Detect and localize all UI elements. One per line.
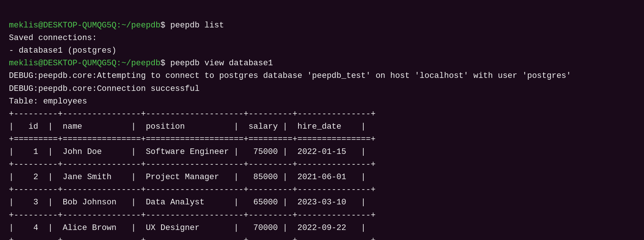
prompt-user-2: meklis@DESKTOP-QUMQG5Q:~/peepdb (9, 59, 160, 68)
table-row-2: | 2 | Jane Smith | Project Manager | 850… (9, 172, 366, 182)
debug-line-1: DEBUG:peepdb.core:Attempting to connect … (9, 71, 571, 80)
table-row-4: | 4 | Alice Brown | UX Designer | 70000 … (9, 223, 366, 233)
table-header-row: | id | name | position | salary | hire_d… (9, 122, 366, 131)
table-divider-3: +---------+----------------+------------… (9, 211, 376, 220)
command-1: $ peepdb list (160, 21, 224, 30)
table-header-separator: +=========+================+============… (9, 135, 376, 144)
table-divider-2: +---------+----------------+------------… (9, 185, 376, 194)
table-row-3: | 3 | Bob Johnson | Data Analyst | 65000… (9, 198, 366, 207)
prompt-user-1: meklis@DESKTOP-QUMQG5Q:~/peepdb (9, 21, 160, 30)
prompt-line-2: meklis@DESKTOP-QUMQG5Q:~/peepdb$ peepdb … (9, 59, 273, 68)
command-2: $ peepdb view database1 (160, 59, 273, 68)
table-row-1: | 1 | John Doe | Software Engineer | 750… (9, 147, 366, 157)
output-saved: Saved connections: - database1 (postgres… (9, 33, 116, 55)
prompt-line-1: meklis@DESKTOP-QUMQG5Q:~/peepdb$ peepdb … (9, 21, 224, 30)
debug-line-2: DEBUG:peepdb.core:Connection successful (9, 84, 200, 93)
table-border-top: +---------+----------------+------------… (9, 109, 376, 119)
terminal-window: meklis@DESKTOP-QUMQG5Q:~/peepdb$ peepdb … (0, 0, 644, 240)
table-label: Table: employees (9, 97, 87, 106)
table-divider-4: +---------+----------------+------------… (9, 236, 376, 240)
table-divider-1: +---------+----------------+------------… (9, 160, 376, 169)
